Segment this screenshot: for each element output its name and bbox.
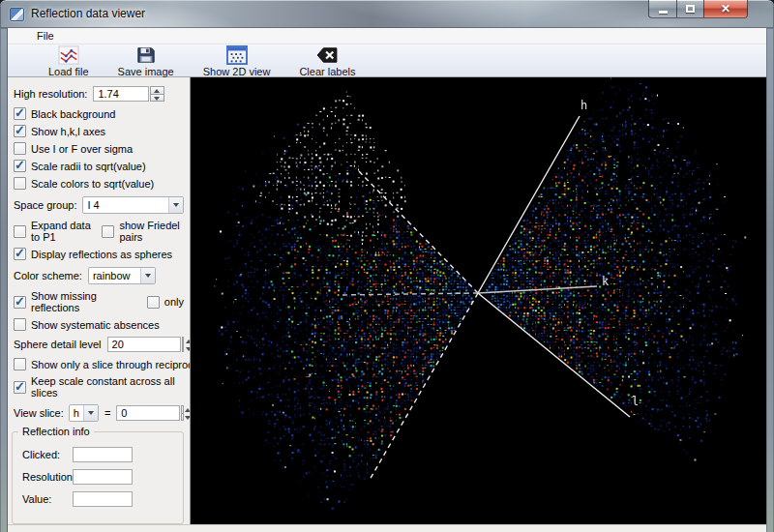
toolbar-button-label: Save image	[118, 66, 174, 77]
checkbox-box-only[interactable]	[147, 296, 160, 309]
checkbox-display-spheres[interactable]: Display reflections as spheres	[14, 248, 184, 260]
value-label: Value:	[22, 493, 73, 505]
load-file-button[interactable]: Load file	[41, 44, 97, 77]
minimize-icon	[659, 11, 668, 14]
checkbox-label: only	[164, 296, 184, 308]
view-slice-spinner[interactable]	[181, 405, 184, 421]
menu-file[interactable]: File	[31, 29, 60, 43]
app-window: Reflection data viewer ✕ File	[0, 0, 774, 532]
maximize-icon	[686, 5, 695, 13]
checkbox-box	[14, 107, 26, 120]
checkbox-box	[14, 318, 26, 331]
minimize-button[interactable]	[648, 0, 676, 18]
close-button[interactable]: ✕	[703, 0, 748, 18]
resolution-row: Resolution:	[22, 469, 177, 485]
checkbox-box	[14, 142, 26, 155]
show-2d-view-icon	[226, 45, 248, 65]
color-scheme-label: Color scheme:	[14, 270, 82, 281]
settings-panel: High resolution: Black background Show h…	[8, 77, 191, 524]
checkbox-box	[14, 358, 26, 370]
axis-label-k: k	[602, 275, 609, 288]
high-resolution-input[interactable]	[93, 86, 149, 102]
checkbox-use-i-or-f-over-sigma[interactable]: Use I or F over sigma	[14, 142, 184, 155]
view-slice-axis-select[interactable]: h	[69, 404, 99, 422]
checkbox-box	[14, 381, 26, 394]
checkbox-box	[14, 225, 26, 238]
checkbox-label: Scale colors to sqrt(value)	[31, 178, 154, 190]
title-bar[interactable]: Reflection data viewer ✕	[0, 0, 774, 28]
checkbox-label: Use I or F over sigma	[31, 143, 133, 155]
resolution-label: Resolution:	[22, 471, 73, 483]
checkbox-box	[14, 177, 26, 190]
checkbox-box	[14, 296, 26, 309]
value-input[interactable]	[73, 491, 133, 507]
toolbar-button-label: Show 2D view	[203, 66, 271, 77]
checkbox-box	[14, 125, 26, 137]
checkbox-show-hkl-axes[interactable]: Show h,k,l axes	[14, 125, 184, 137]
maximize-button[interactable]	[676, 0, 703, 18]
checkbox-slice-only[interactable]: Show only a slice through reciprocal spa…	[14, 358, 184, 370]
window-controls: ✕	[648, 0, 748, 18]
view-slice-input[interactable]	[116, 405, 180, 421]
clicked-input[interactable]	[73, 447, 133, 462]
reflection-info-title: Reflection info	[18, 426, 94, 437]
checkbox-label: Black background	[31, 108, 115, 120]
toolbar: Load file Save image	[8, 44, 766, 77]
checkbox-expand-p1[interactable]: Expand data to P1 show Friedel pairs	[14, 220, 184, 243]
sphere-detail-spinner[interactable]	[182, 337, 184, 352]
menu-bar: File	[8, 28, 766, 44]
checkbox-label: Scale radii to sqrt(value)	[31, 161, 146, 172]
high-resolution-label: High resolution:	[14, 88, 87, 100]
checkbox-label: show Friedel pairs	[119, 220, 184, 243]
checkbox-systematic-absences[interactable]: Show systematic absences	[14, 318, 184, 331]
reflection-3d-view[interactable]: h k l	[191, 77, 766, 524]
sphere-detail-label: Sphere detail level	[14, 339, 102, 350]
space-group-select[interactable]: I 4	[82, 196, 184, 214]
status-bar	[8, 524, 766, 532]
show-2d-view-button[interactable]: Show 2D view	[195, 44, 279, 77]
axis-label-h: h	[580, 99, 587, 112]
toolbar-button-label: Load file	[48, 66, 89, 77]
value-row: Value:	[22, 491, 177, 507]
clear-labels-button[interactable]: Clear labels	[291, 44, 363, 77]
view-slice-label: View slice:	[14, 407, 64, 419]
save-image-button[interactable]: Save image	[110, 44, 182, 77]
clicked-label: Clicked:	[22, 449, 73, 460]
window-title: Reflection data viewer	[31, 7, 145, 20]
checkbox-box-friedel[interactable]	[102, 225, 114, 238]
checkbox-scale-radii[interactable]: Scale radii to sqrt(value)	[14, 160, 184, 172]
space-group-label: Space group:	[14, 199, 76, 211]
checkbox-box	[14, 248, 26, 260]
reflection-info-group: Reflection info Clicked: Resolution: Val…	[12, 431, 184, 524]
checkbox-label: Show h,k,l axes	[31, 126, 105, 137]
clear-labels-icon	[316, 45, 338, 65]
close-icon: ✕	[721, 3, 730, 15]
checkbox-box	[14, 160, 26, 172]
checkbox-keep-scale[interactable]: Keep scale constant across all slices	[14, 375, 184, 399]
checkbox-label: Expand data to P1	[31, 220, 96, 243]
axis-label-l: l	[632, 395, 639, 408]
view-slice-axis-value: h	[70, 407, 83, 419]
resolution-input[interactable]	[73, 469, 133, 485]
app-icon	[10, 8, 24, 21]
checkbox-label: Show systematic absences	[31, 319, 160, 331]
color-scheme-value: rainbow	[89, 270, 140, 281]
checkbox-label: Show missing reflections	[31, 290, 139, 313]
window-border-right	[766, 28, 774, 532]
checkbox-black-background[interactable]: Black background	[14, 107, 184, 120]
checkbox-label: Keep scale constant across all slices	[31, 375, 184, 399]
checkbox-label: Display reflections as spheres	[31, 249, 172, 260]
chevron-down-icon	[83, 405, 98, 421]
high-resolution-spinner[interactable]	[150, 86, 164, 102]
chevron-down-icon	[168, 197, 183, 213]
color-scheme-select[interactable]: rainbow	[88, 267, 156, 284]
toolbar-button-label: Clear labels	[299, 66, 355, 77]
reflection-scatter-canvas[interactable]	[191, 77, 765, 510]
checkbox-show-missing[interactable]: Show missing reflections only	[14, 290, 184, 313]
window-border-left	[0, 28, 8, 532]
checkbox-scale-colors[interactable]: Scale colors to sqrt(value)	[14, 177, 184, 190]
load-file-icon	[58, 45, 79, 65]
sphere-detail-input[interactable]	[107, 337, 181, 352]
equals-sign: =	[104, 407, 110, 419]
space-group-value: I 4	[83, 199, 168, 211]
